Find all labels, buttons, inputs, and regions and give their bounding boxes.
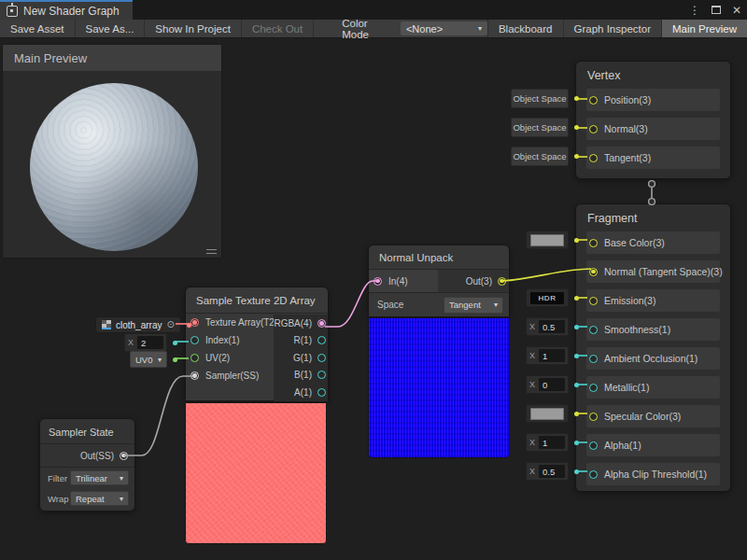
port-rgba-output[interactable] xyxy=(317,319,326,328)
object-picker-icon[interactable]: ⊙ xyxy=(166,320,174,329)
port-sampler-label: Sampler(SS) xyxy=(205,371,259,381)
output-row-rgba: RGBA(4) xyxy=(274,315,328,332)
menu-icon[interactable]: ⋮ xyxy=(689,5,700,16)
fragment-node[interactable]: Fragment Base Color(3) Normal (Tangent S… xyxy=(575,203,731,492)
port-tangent-label: Tangent(3) xyxy=(604,152,651,163)
close-icon[interactable]: ✕ xyxy=(732,5,741,16)
alpha-widget: X1 xyxy=(526,433,579,452)
emission-hdr-swatch[interactable]: HDR xyxy=(526,288,569,307)
port-g-label: G(1) xyxy=(293,353,312,363)
base-color-swatch[interactable] xyxy=(526,231,569,249)
normal-space-dropdown[interactable]: Object Space xyxy=(511,118,569,137)
port-tangent-input[interactable] xyxy=(589,154,598,162)
port-dot xyxy=(173,357,177,362)
fragment-row-normal-ts: Normal (Tangent Space)(3) xyxy=(586,260,720,283)
sample-texture-title: Sample Texture 2D Array xyxy=(186,287,328,314)
specular-color-swatch[interactable] xyxy=(526,404,569,423)
filter-label: Filter xyxy=(48,473,67,483)
output-row-b: B(1) xyxy=(274,367,328,385)
chevron-down-icon: ▾ xyxy=(120,495,123,503)
port-index-input[interactable] xyxy=(190,336,199,344)
alpha-clip-field[interactable]: 0.5 xyxy=(539,465,565,478)
port-position-input[interactable] xyxy=(589,96,598,105)
port-ambient-occlusion-input[interactable] xyxy=(589,355,598,363)
port-emission-input[interactable] xyxy=(589,297,598,305)
port-alpha-input[interactable] xyxy=(589,441,598,450)
wrap-dropdown[interactable]: Repeat ▾ xyxy=(70,491,129,506)
port-r-label: R(1) xyxy=(294,335,312,345)
save-as-button[interactable]: Save As... xyxy=(76,20,146,37)
port-base-color-input[interactable] xyxy=(589,239,598,247)
port-metallic-input[interactable] xyxy=(589,384,598,392)
space-dropdown[interactable]: Tangent ▾ xyxy=(444,297,503,314)
port-smoothness-label: Smoothness(1) xyxy=(604,324,670,335)
tangent-space-dropdown[interactable]: Object Space xyxy=(511,147,569,166)
show-in-project-button[interactable]: Show In Project xyxy=(145,20,242,37)
preview-sphere[interactable] xyxy=(30,83,198,251)
port-normal-ts-input[interactable] xyxy=(589,268,598,276)
shader-graph-icon xyxy=(7,6,18,17)
port-normal-input[interactable] xyxy=(589,125,598,133)
x-label: X xyxy=(529,380,535,389)
sampler-state-node[interactable]: Sampler State Out(SS) Filter Trilinear ▾… xyxy=(39,418,135,511)
output-row-g: G(1) xyxy=(274,349,328,367)
port-dot xyxy=(574,296,579,301)
save-asset-button[interactable]: Save Asset xyxy=(0,20,76,37)
port-r-output[interactable] xyxy=(317,336,326,344)
port-in-input[interactable] xyxy=(374,277,382,286)
toolbar-right: Blackboard Graph Inspector Main Preview xyxy=(487,20,747,37)
port-sampler-input[interactable] xyxy=(190,371,199,380)
normal-unpack-node[interactable]: Normal Unpack In(4) Out(3) Space Tangent… xyxy=(368,245,510,317)
port-dot xyxy=(574,469,579,474)
port-dot xyxy=(574,412,579,416)
port-alpha-clip-input[interactable] xyxy=(589,470,598,479)
fragment-row-metallic: Metallic(1) xyxy=(586,376,720,399)
graph-inspector-button[interactable]: Graph Inspector xyxy=(563,20,661,37)
port-specular-color-input[interactable] xyxy=(589,413,598,421)
wrap-option-row: Wrap Repeat ▾ xyxy=(40,488,134,509)
fragment-row-smoothness: Smoothness(1) xyxy=(586,318,720,341)
color-mode-label: Color Mode xyxy=(342,18,393,40)
port-uv-input[interactable] xyxy=(190,354,199,362)
tab-new-shader-graph[interactable]: New Shader Graph xyxy=(0,0,133,20)
port-dot xyxy=(574,154,579,159)
resize-grip[interactable] xyxy=(206,249,217,254)
fragment-row-ambient-occlusion: Ambient Occlusion(1) xyxy=(586,347,720,370)
position-space-dropdown[interactable]: Object Space xyxy=(511,89,569,108)
sample-texture-outputs: RGBA(4) R(1) G(1) B(1) A(1) xyxy=(274,315,328,401)
main-preview-header[interactable]: Main Preview xyxy=(3,45,221,71)
index-field[interactable]: 2 xyxy=(137,336,163,349)
maximize-icon[interactable] xyxy=(712,6,721,14)
metallic-field[interactable]: 0 xyxy=(539,378,565,391)
port-base-color-label: Base Color(3) xyxy=(604,237,665,248)
uv-channel-dropdown[interactable]: UV0 ▾ xyxy=(130,351,167,368)
smoothness-field[interactable]: 0.5 xyxy=(539,320,565,333)
port-dot xyxy=(187,323,191,328)
ambient-occlusion-field[interactable]: 1 xyxy=(539,349,565,362)
port-texture-array-input[interactable] xyxy=(190,318,199,327)
port-emission-label: Emission(3) xyxy=(604,295,655,306)
cloth-array-property[interactable]: cloth_array ⊙ xyxy=(95,316,181,333)
port-ambient-occlusion-label: Ambient Occlusion(1) xyxy=(604,353,698,364)
alpha-clip-widget: X0.5 xyxy=(526,462,579,481)
main-preview-button[interactable]: Main Preview xyxy=(661,20,747,37)
port-b-output[interactable] xyxy=(317,371,326,379)
sample-texture-2d-array-node[interactable]: Sample Texture 2D Array Texture Array(T2… xyxy=(185,287,329,401)
port-smoothness-input[interactable] xyxy=(589,326,598,334)
port-dot xyxy=(574,96,579,101)
filter-dropdown[interactable]: Trilinear ▾ xyxy=(70,470,129,485)
color-mode-value: <None> xyxy=(406,23,443,35)
emission-widget: HDR xyxy=(526,288,579,307)
color-mode-dropdown[interactable]: <None> ▾ xyxy=(401,21,487,35)
blackboard-button[interactable]: Blackboard xyxy=(487,20,563,37)
vertex-node[interactable]: Vertex Position(3) Normal(3) Tangent(3) xyxy=(575,61,731,179)
port-out-output[interactable] xyxy=(498,277,506,286)
port-a-output[interactable] xyxy=(317,388,326,397)
vertex-node-title: Vertex xyxy=(576,62,730,89)
uv-channel-widget: UV0 ▾ xyxy=(130,350,177,369)
position-binding-widget: Object Space xyxy=(511,89,579,107)
texture-array-property-widget: cloth_array ⊙ xyxy=(95,315,191,334)
alpha-field[interactable]: 1 xyxy=(539,436,565,449)
port-out-ss-output[interactable] xyxy=(120,452,128,460)
port-g-output[interactable] xyxy=(317,354,326,362)
